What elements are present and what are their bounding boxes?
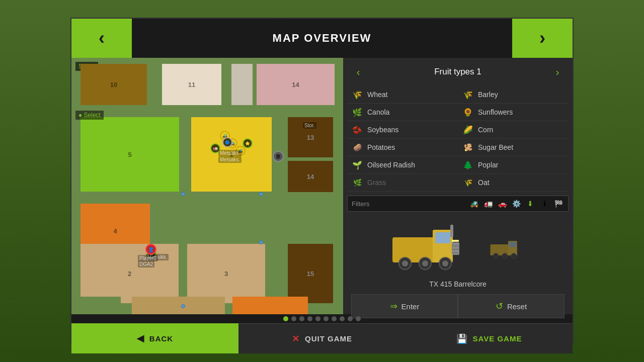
enter-icon: ⇒ bbox=[390, 301, 397, 312]
fruit-item-canola[interactable]: Canola bbox=[347, 104, 458, 121]
player-label2: DGA2 bbox=[138, 261, 154, 267]
next-arrow-icon: › bbox=[539, 28, 545, 49]
reset-label: Reset bbox=[507, 302, 527, 311]
map-inner: Select 10 11 14 5 1 13 14 4 bbox=[71, 58, 343, 314]
waypoint-3 bbox=[259, 240, 263, 244]
save-button[interactable]: 💾 SAVE GAME bbox=[406, 323, 573, 353]
marker-5: ⭐ bbox=[243, 138, 253, 148]
oat-icon bbox=[462, 176, 474, 189]
next-nav-button[interactable]: › bbox=[512, 19, 573, 58]
pagination-dot-1[interactable] bbox=[291, 316, 296, 321]
filter-car-icon[interactable] bbox=[497, 198, 508, 209]
fruit-item-poplar[interactable]: Poplar bbox=[458, 156, 569, 174]
map-label-misc3: Stor. bbox=[303, 122, 316, 129]
field-11[interactable]: 11 bbox=[162, 64, 221, 105]
fruit-item-potatoes[interactable]: Potatoes bbox=[347, 139, 458, 156]
wheat-icon bbox=[351, 88, 363, 101]
fruit-name-oat: Oat bbox=[478, 178, 490, 187]
pagination-dot-3[interactable] bbox=[307, 316, 312, 321]
filter-info-icon[interactable] bbox=[539, 198, 550, 209]
field-2[interactable]: 2 bbox=[80, 244, 179, 303]
field-9[interactable]: 9 bbox=[80, 297, 121, 314]
fruit-item-barley[interactable]: Barley bbox=[458, 86, 569, 104]
enter-button[interactable]: ⇒ Enter bbox=[351, 294, 458, 318]
filter-flag-icon[interactable] bbox=[553, 198, 564, 209]
pagination-dot-0[interactable] bbox=[283, 316, 288, 321]
quit-label: QUIT GAME bbox=[305, 334, 352, 343]
pagination-dot-4[interactable] bbox=[315, 316, 320, 321]
field-15[interactable]: 15 bbox=[288, 244, 333, 303]
fruit-item-sugarbeet[interactable]: Sugar Beet bbox=[458, 139, 569, 156]
back-button[interactable]: ◀ BACK bbox=[71, 323, 238, 353]
field-small-1 bbox=[231, 64, 253, 105]
marker-9: 🔵 bbox=[222, 137, 232, 147]
quit-button[interactable]: ✕ QUIT GAME bbox=[238, 323, 406, 353]
field-10[interactable]: 10 bbox=[80, 64, 147, 105]
fruit-item-wheat[interactable]: Wheat bbox=[347, 86, 458, 104]
pagination-dot-5[interactable] bbox=[324, 316, 329, 321]
action-buttons: ⇒ Enter ↺ Reset bbox=[351, 294, 565, 318]
waypoint-2 bbox=[181, 192, 185, 196]
pagination-dot-6[interactable] bbox=[332, 316, 337, 321]
fruit-prev-button[interactable]: ‹ bbox=[351, 65, 365, 79]
fruit-name-radish: Oilseed Radish bbox=[367, 161, 415, 169]
title-area: MAP OVERVIEW bbox=[132, 32, 512, 45]
grass-icon bbox=[351, 176, 363, 189]
fruit-item-radish[interactable]: Oilseed Radish bbox=[347, 156, 458, 174]
filter-gear-icon[interactable] bbox=[511, 198, 522, 209]
fruit-item-grass[interactable]: Grass bbox=[347, 174, 458, 192]
filter-download-icon[interactable] bbox=[525, 198, 536, 209]
svg-point-4 bbox=[402, 260, 408, 266]
svg-point-6 bbox=[422, 260, 428, 266]
enter-label: Enter bbox=[401, 302, 420, 311]
reset-button[interactable]: ↺ Reset bbox=[458, 294, 565, 318]
fruit-grid: Wheat Barley Canola Sunflowers Soybeans bbox=[347, 86, 569, 192]
fruit-name-soybeans: Soybeans bbox=[367, 126, 398, 134]
map-label-misc1: Metsäks. bbox=[218, 150, 242, 156]
pagination-dot-8[interactable] bbox=[348, 316, 353, 321]
map-area: Select 10 11 14 5 1 13 14 4 bbox=[71, 58, 343, 314]
back-arrow-icon: ◀ bbox=[137, 333, 144, 344]
svg-point-8 bbox=[442, 260, 448, 266]
farm-marker: 🏚 bbox=[273, 151, 284, 162]
fruit-name-sugarbeet: Sugar Beet bbox=[478, 143, 513, 151]
filter-tractor-icon[interactable] bbox=[468, 198, 479, 209]
prev-arrow-icon: ‹ bbox=[99, 28, 105, 49]
map-label-misc2: Metsäks. bbox=[218, 156, 242, 163]
fruit-name-canola: Canola bbox=[367, 108, 389, 116]
prev-nav-button[interactable]: ‹ bbox=[71, 19, 132, 58]
corn-icon bbox=[462, 124, 474, 136]
fruit-item-oat[interactable]: Oat bbox=[458, 174, 569, 192]
field-14[interactable]: 14 bbox=[288, 161, 333, 192]
fruit-item-soybeans[interactable]: Soybeans bbox=[347, 121, 458, 139]
pagination-dot-9[interactable] bbox=[356, 316, 361, 321]
truck-svg-secondary bbox=[488, 230, 528, 270]
field-5[interactable]: 5 bbox=[80, 117, 179, 192]
field-7[interactable]: 7 bbox=[132, 297, 225, 314]
vehicle-display bbox=[351, 220, 565, 280]
svg-point-20 bbox=[511, 253, 517, 259]
potato-icon bbox=[351, 141, 363, 153]
vehicle-area: TX 415 Barrelcore ⇒ Enter ↺ Reset bbox=[347, 216, 569, 322]
filters-bar: Filters bbox=[347, 196, 569, 212]
player-marker: 👤 bbox=[145, 244, 156, 255]
main-container: ‹ MAP OVERVIEW › Select 10 11 14 bbox=[70, 18, 574, 343]
pagination-dot-7[interactable] bbox=[340, 316, 345, 321]
filter-truck-icon[interactable] bbox=[482, 198, 494, 209]
field-12[interactable]: 14 bbox=[257, 64, 335, 105]
field-3[interactable]: 3 bbox=[187, 244, 265, 303]
fruit-header: ‹ Fruit types 1 › bbox=[347, 62, 569, 82]
sugarbeet-icon bbox=[462, 141, 474, 153]
fruit-item-corn[interactable]: Corn bbox=[458, 121, 569, 139]
fruit-next-button[interactable]: › bbox=[550, 65, 565, 79]
poplar-icon bbox=[462, 159, 474, 171]
svg-rect-9 bbox=[450, 225, 453, 237]
fruit-name-sunflowers: Sunflowers bbox=[478, 108, 513, 116]
fruit-name-potatoes: Potatoes bbox=[367, 143, 395, 151]
pagination-dot-2[interactable] bbox=[299, 316, 304, 321]
canola-icon bbox=[351, 106, 363, 118]
barley-icon bbox=[462, 88, 474, 101]
fruit-item-sunflowers[interactable]: Sunflowers bbox=[458, 104, 569, 121]
radish-icon bbox=[351, 159, 363, 171]
field-8[interactable]: 8 bbox=[232, 297, 308, 314]
